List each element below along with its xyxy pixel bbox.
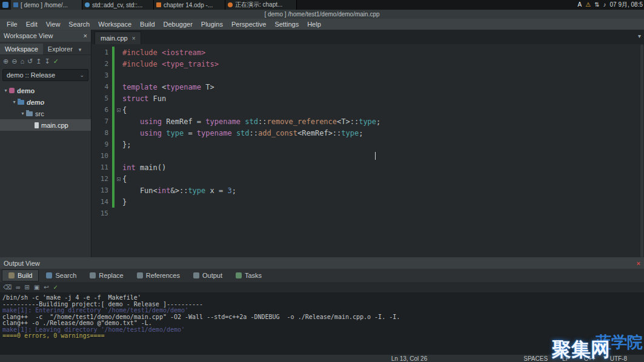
build-log-line[interactable]: ====0 errors, 0 warnings==== [2, 333, 642, 340]
menu-plugins[interactable]: Plugins [197, 21, 227, 28]
code-text: int main() [122, 163, 166, 172]
fold-marker-icon[interactable] [115, 108, 122, 112]
tab-explorer[interactable]: Explorer [43, 44, 78, 54]
menu-build[interactable]: Build [136, 21, 159, 28]
editor-line[interactable]: 2#include <type_traits> [91, 58, 644, 70]
tab-tasks[interactable]: Tasks [230, 269, 268, 281]
save-build-log-icon[interactable]: ▣ [34, 284, 39, 291]
eol-mode[interactable]: LF [562, 355, 569, 362]
editor-vertical-scrollbar[interactable] [640, 44, 644, 257]
desktop: [ demo ] /home/...std::add_cv, std::...c… [0, 0, 644, 362]
menu-perspective[interactable]: Perspective [227, 21, 270, 28]
tree-item-main-cpp[interactable]: main.cpp [0, 119, 91, 131]
output-tab-label: Replace [99, 272, 123, 279]
editor-tab-main-cpp[interactable]: main.cpp× [95, 31, 141, 44]
menu-view[interactable]: View [42, 21, 65, 28]
app-launcher-button[interactable] [0, 0, 11, 10]
scroll-to-end-icon[interactable]: ✓ [53, 284, 58, 291]
editor-line[interactable]: 13 Fun<int&>::type x = 3; [91, 185, 644, 196]
keyboard-layout-icon[interactable]: A [577, 2, 582, 8]
tab-output[interactable]: Output [187, 269, 228, 281]
editor-line[interactable]: 1#include <iostream> [91, 47, 644, 58]
pin-workspace-icon[interactable]: ↧ [45, 58, 50, 65]
tab-references[interactable]: References [131, 269, 186, 281]
tree-item-src[interactable]: ▾src [0, 108, 91, 119]
build-config-select[interactable]: demo :: Release ⌄ [2, 69, 88, 81]
tree-item-demo[interactable]: ▾demo [0, 96, 91, 108]
taskbar-window-button[interactable]: std::add_cv, std::... [82, 0, 154, 10]
tree-item-demo[interactable]: ▾demo [0, 85, 91, 96]
menu-help[interactable]: Help [303, 21, 325, 28]
chevron-expanded-icon[interactable]: ▾ [19, 111, 26, 116]
editor-line[interactable]: 10 [91, 150, 644, 162]
workspace-icon [9, 88, 15, 93]
fold-marker-icon[interactable] [115, 177, 122, 181]
editor-line[interactable]: 4template <typename T> [91, 81, 644, 93]
editor-line[interactable]: 9}; [91, 139, 644, 150]
link-editor-icon[interactable]: ⊕ [3, 58, 8, 65]
clock[interactable]: 07 9月, 08:5 [609, 0, 644, 10]
menu-workspace[interactable]: Workspace [94, 21, 136, 28]
link-icon[interactable]: ∞ [16, 284, 20, 291]
editor-tab-label: main.cpp [101, 35, 128, 42]
editor-line[interactable]: 7 using RemRef = typename std::remove_re… [91, 116, 644, 127]
menu-edit[interactable]: Edit [22, 21, 42, 28]
editor-line[interactable]: 5struct Fun [91, 93, 644, 104]
build-log-line[interactable]: make[1]: Entering directory '/home/test1… [2, 308, 642, 314]
tasks-icon [236, 272, 242, 278]
editor-line[interactable]: 3 [91, 70, 644, 81]
menu-file[interactable]: File [2, 21, 22, 28]
taskbar-window-button[interactable]: 正在演示: chapt... [225, 0, 297, 10]
scrollbar-thumb[interactable] [640, 44, 643, 257]
goto-active-editor-icon[interactable]: ↥ [36, 58, 41, 65]
editor-lines: 1#include <iostream>2#include <type_trai… [91, 44, 644, 219]
build-active-project-icon[interactable]: ✓ [53, 58, 59, 65]
build-log-line[interactable]: clang++ -o ./Release/demo @"demo.txt" -L… [2, 320, 642, 327]
encoding[interactable]: UTF-8 [610, 355, 627, 362]
menu-debugger[interactable]: Debugger [159, 21, 197, 28]
build-log-line[interactable]: /bin/sh -c 'make -j 4 -e -f Makefile' [2, 295, 642, 301]
menu-settings[interactable]: Settings [270, 21, 303, 28]
tab-replace[interactable]: Replace [84, 269, 129, 281]
chevron-expanded-icon[interactable]: ▾ [11, 99, 18, 105]
line-number: 12 [91, 175, 111, 183]
tab-build[interactable]: Build [2, 269, 39, 281]
network-icon[interactable]: ⇅ [594, 2, 599, 8]
chevron-expanded-icon[interactable]: ▾ [2, 88, 9, 93]
editor-line[interactable]: 8 using type = typename std::add_const<R… [91, 127, 644, 139]
volume-icon[interactable]: ♪ [603, 2, 606, 8]
clear-output-icon[interactable]: ⌫ [3, 284, 12, 291]
close-icon[interactable]: × [132, 35, 136, 42]
word-wrap-icon[interactable]: ↩ [44, 284, 48, 291]
close-icon[interactable]: × [84, 32, 87, 39]
home-icon[interactable]: ⌂ [20, 58, 24, 65]
taskbar-window-button[interactable]: chapter 14.odp -... [154, 0, 225, 10]
editor-pane: main.cpp× ▾ 1#include <iostream>2#includ… [91, 30, 644, 257]
editor-line[interactable]: 11int main() [91, 162, 644, 173]
change-marker [112, 70, 115, 81]
change-marker [112, 139, 115, 150]
line-number: 2 [91, 60, 111, 68]
close-icon[interactable]: × [637, 260, 640, 267]
tab-overflow-chevron-icon[interactable]: ▾ [638, 33, 641, 39]
whitespace-mode[interactable]: SPACES [523, 355, 548, 362]
hold-on-error-icon[interactable]: ⊞ [24, 284, 29, 291]
change-marker [112, 185, 115, 196]
editor-line[interactable]: 12{ [91, 173, 644, 185]
language-mode[interactable]: C++ [584, 355, 596, 362]
editor-line[interactable]: 15 [91, 208, 644, 219]
code-text: { [122, 175, 127, 183]
output-view-pane: Output View × BuildSearchReplaceReferenc… [0, 257, 644, 355]
chevron-down-icon[interactable]: ▾ [79, 47, 82, 54]
editor-line[interactable]: 14} [91, 196, 644, 208]
tab-workspace[interactable]: Workspace [0, 44, 43, 54]
tab-search[interactable]: Search [40, 269, 82, 281]
warning-icon[interactable]: ⚠ [585, 2, 591, 8]
refresh-icon[interactable]: ↺ [27, 58, 33, 65]
code-text: { [122, 106, 127, 114]
editor-line[interactable]: 6{ [91, 104, 644, 116]
taskbar-window-button[interactable]: [ demo ] /home/... [11, 0, 82, 10]
collapse-all-icon[interactable]: ⊖ [12, 58, 17, 65]
menu-search[interactable]: Search [64, 21, 94, 28]
editor-body[interactable]: 1#include <iostream>2#include <type_trai… [91, 44, 644, 257]
